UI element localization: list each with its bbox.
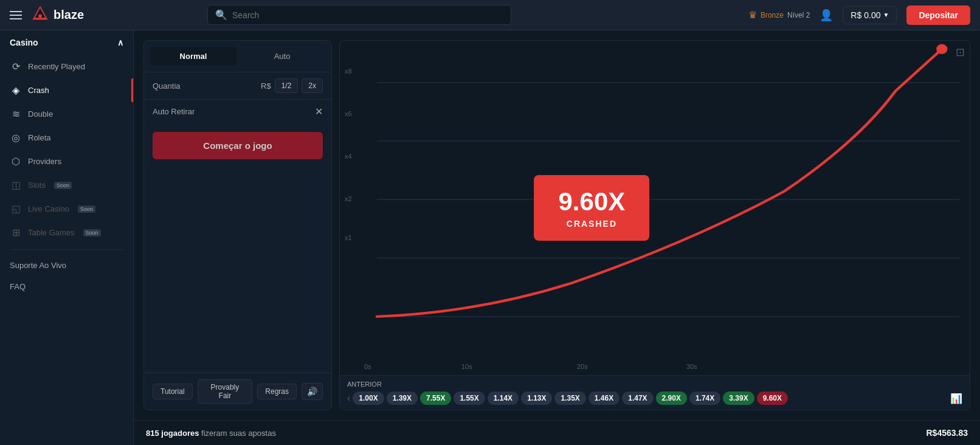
search-bar[interactable]: 🔍 xyxy=(207,5,511,25)
history-chip[interactable]: 1.14X xyxy=(488,392,519,405)
currency-label: R$ xyxy=(261,81,271,91)
sidebar-item-label: Crash xyxy=(28,86,49,95)
quantia-row: Quantia R$ 1/2 2x xyxy=(144,72,331,99)
history-chip[interactable]: 1.13X xyxy=(521,392,552,405)
balance-display[interactable]: R$ 0.00 ▼ xyxy=(843,6,897,24)
history-chip[interactable]: 1.46X xyxy=(588,392,619,405)
logo-text: blaze xyxy=(53,8,84,22)
nivel-label: Nível 2 xyxy=(787,11,810,19)
history-chip[interactable]: 3.39X xyxy=(723,392,754,405)
sidebar-item-live-casino[interactable]: ◱ Live Casino Soon xyxy=(0,197,133,221)
main-layout: Casino ∧ ⟳ Recently Played ◈ Crash ≋ Dou… xyxy=(0,30,980,445)
history-chip[interactable]: 1.00X xyxy=(353,392,384,405)
live-casino-soon-badge: Soon xyxy=(78,205,95,213)
history-chip[interactable]: 7.55X xyxy=(420,392,451,405)
close-icon[interactable]: ✕ xyxy=(315,106,323,117)
svg-point-8 xyxy=(936,44,947,55)
roleta-icon: ◎ xyxy=(10,132,22,143)
menu-button[interactable] xyxy=(10,11,22,19)
crash-multiplier: 9.60X xyxy=(559,187,626,216)
history-chip[interactable]: 1.35X xyxy=(554,392,585,405)
crash-icon: ◈ xyxy=(10,85,22,96)
history-prev-icon[interactable]: ‹ xyxy=(347,393,350,404)
players-text: 815 jogadores fizeram suas apostas xyxy=(146,429,276,438)
y-label-x1: x1 xyxy=(345,234,352,241)
history-chip[interactable]: 1.55X xyxy=(454,392,485,405)
provably-fair-button[interactable]: Provably Fair xyxy=(198,379,253,404)
half-button[interactable]: 1/2 xyxy=(275,78,298,93)
quantia-label: Quantia xyxy=(153,81,181,91)
sidebar-section-casino[interactable]: Casino ∧ xyxy=(0,30,133,55)
header: blaze 🔍 ♛ Bronze Nível 2 👤 R$ 0.00 ▼ Dep… xyxy=(0,0,980,30)
bronze-badge: ♛ Bronze Nível 2 xyxy=(748,9,810,21)
table-games-icon: ⊞ xyxy=(10,227,22,238)
sidebar-item-table-games[interactable]: ⊞ Table Games Soon xyxy=(0,221,133,244)
history-chip[interactable]: 1.74X xyxy=(689,392,720,405)
sidebar-divider xyxy=(10,249,123,250)
crown-icon: ♛ xyxy=(748,9,757,21)
sidebar-item-label: Roleta xyxy=(28,133,51,142)
quantia-input-group: R$ 1/2 2x xyxy=(261,78,323,93)
players-count: 815 jogadores xyxy=(146,429,199,438)
history-items: ‹ 1.00X1.39X7.55X1.55X1.14X1.13X1.35X1.4… xyxy=(347,392,962,405)
sound-button[interactable]: 🔊 xyxy=(302,383,323,400)
slots-icon: ◫ xyxy=(10,179,22,191)
double-icon: ≋ xyxy=(10,108,22,120)
table-games-soon-badge: Soon xyxy=(83,229,101,236)
slots-soon-badge: Soon xyxy=(54,182,72,189)
bottom-stats: 815 jogadores fizeram suas apostas R$456… xyxy=(134,420,980,445)
tab-normal[interactable]: Normal xyxy=(150,47,236,66)
x-label-20s: 20s xyxy=(577,363,588,370)
crash-label: CRASHED xyxy=(559,219,626,229)
sidebar-link-suporte[interactable]: Suporte Ao Vivo xyxy=(0,255,133,276)
sidebar-item-recently-played[interactable]: ⟳ Recently Played xyxy=(0,55,133,78)
logo: blaze xyxy=(32,5,84,25)
chart-panel: x8 x6 x4 x2 x1 0s 10s 20s 30s 9.60X CRAS… xyxy=(339,40,970,410)
svg-point-2 xyxy=(38,14,42,18)
sidebar-item-label: Double xyxy=(28,109,53,119)
history-stats-icon[interactable]: 📊 xyxy=(950,393,962,404)
auto-retirar-label: Auto Retirar xyxy=(153,107,195,116)
sidebar: Casino ∧ ⟳ Recently Played ◈ Crash ≋ Dou… xyxy=(0,30,134,445)
total-amount: R$4563.83 xyxy=(926,428,968,438)
regras-button[interactable]: Regras xyxy=(257,384,297,399)
sidebar-item-double[interactable]: ≋ Double xyxy=(0,102,133,126)
history-chip[interactable]: 1.39X xyxy=(387,392,418,405)
history-bar: ANTERIOR ‹ 1.00X1.39X7.55X1.55X1.14X1.13… xyxy=(340,375,970,410)
game-area: Normal Auto Quantia R$ 1/2 2x Auto Retir… xyxy=(134,30,980,420)
recently-played-icon: ⟳ xyxy=(10,61,22,72)
auto-retirar-row: Auto Retirar ✕ xyxy=(144,99,331,123)
sidebar-item-label: Live Casino xyxy=(28,204,69,213)
controls-panel: Normal Auto Quantia R$ 1/2 2x Auto Retir… xyxy=(143,40,332,410)
history-chip[interactable]: 1.47X xyxy=(622,392,653,405)
providers-icon: ⬡ xyxy=(10,156,22,167)
x-label-0s: 0s xyxy=(364,363,371,370)
sidebar-item-roleta[interactable]: ◎ Roleta xyxy=(0,126,133,150)
header-right: ♛ Bronze Nível 2 👤 R$ 0.00 ▼ Depositar xyxy=(748,5,970,25)
sidebar-item-label: Table Games xyxy=(28,228,75,237)
crash-display: 9.60X CRASHED xyxy=(534,175,650,241)
double-button[interactable]: 2x xyxy=(302,78,323,93)
search-icon: 🔍 xyxy=(215,9,227,21)
logo-icon xyxy=(32,5,49,25)
tab-auto[interactable]: Auto xyxy=(239,47,325,66)
sidebar-item-crash[interactable]: ◈ Crash xyxy=(0,78,133,102)
start-button[interactable]: Começar o jogo xyxy=(153,132,323,159)
x-label-10s: 10s xyxy=(461,363,472,370)
sidebar-link-faq[interactable]: FAQ xyxy=(0,276,133,297)
history-chip[interactable]: 9.60X xyxy=(757,392,788,405)
tutorial-button[interactable]: Tutorial xyxy=(153,384,193,399)
sidebar-item-label: Slots xyxy=(28,181,46,190)
search-input[interactable] xyxy=(232,10,503,20)
sidebar-item-label: Recently Played xyxy=(28,62,85,71)
dropdown-icon: ▼ xyxy=(883,12,889,18)
y-label-x6: x6 xyxy=(345,110,352,117)
bottom-bar: Tutorial Provably Fair Regras 🔊 xyxy=(144,373,331,410)
sidebar-item-label: Providers xyxy=(28,157,61,166)
sidebar-item-slots[interactable]: ◫ Slots Soon xyxy=(0,173,133,197)
fullscreen-icon[interactable]: ⊡ xyxy=(956,46,965,59)
sidebar-item-providers[interactable]: ⬡ Providers xyxy=(0,150,133,173)
deposit-button[interactable]: Depositar xyxy=(906,5,970,25)
user-icon[interactable]: 👤 xyxy=(820,9,833,22)
history-chip[interactable]: 2.90X xyxy=(656,392,687,405)
